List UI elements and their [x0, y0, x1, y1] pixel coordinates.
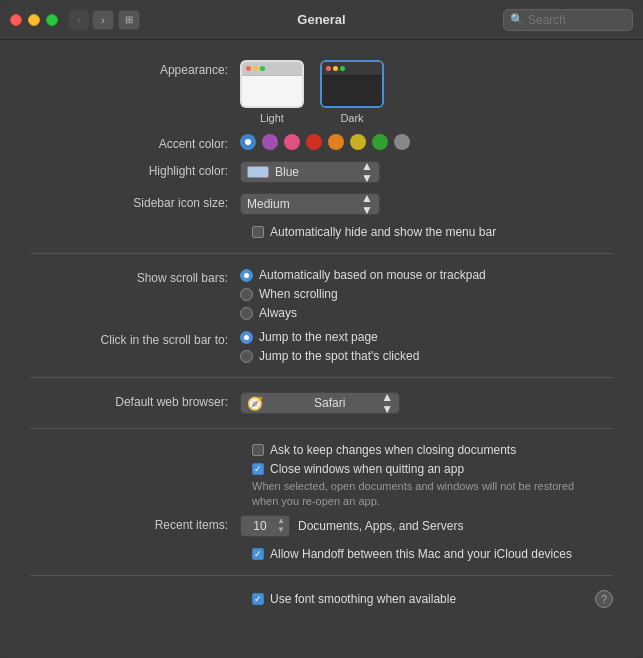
grid-icon: ⊞ — [125, 14, 133, 25]
accent-green[interactable] — [372, 134, 388, 150]
sidebar-icon-select[interactable]: Medium ▲ ▼ — [240, 193, 380, 215]
menu-bar-checkbox[interactable] — [252, 226, 264, 238]
safari-icon: 🧭 — [247, 396, 310, 411]
back-button[interactable]: ‹ — [68, 10, 90, 30]
titlebar: ‹ › ⊞ General 🔍 — [0, 0, 643, 40]
divider-3 — [30, 428, 613, 429]
arrow-down-icon: ▼ — [361, 172, 373, 184]
font-smoothing-checkbox[interactable] — [252, 593, 264, 605]
search-box[interactable]: 🔍 — [503, 9, 633, 31]
scroll-when-scrolling-radio[interactable] — [240, 288, 253, 301]
dark-label: Dark — [340, 112, 363, 124]
show-scroll-bars-label: Show scroll bars: — [30, 268, 240, 285]
recent-items-control: 10 ▲ ▼ Documents, Apps, and Servers — [240, 515, 613, 537]
forward-button[interactable]: › — [92, 10, 114, 30]
accent-color-row: Accent color: — [30, 134, 613, 151]
click-next-page-radio[interactable] — [240, 331, 253, 344]
sidebar-icon-size-control: Medium ▲ ▼ — [240, 193, 613, 215]
nav-buttons: ‹ › — [68, 10, 114, 30]
click-next-page-label: Jump to the next page — [259, 330, 378, 344]
arrow-down-icon2: ▼ — [361, 204, 373, 216]
forward-icon: › — [101, 14, 105, 26]
scroll-auto-radio[interactable] — [240, 269, 253, 282]
menu-bar-label: Automatically hide and show the menu bar — [270, 225, 496, 239]
grid-button[interactable]: ⊞ — [118, 10, 140, 30]
scroll-always-radio[interactable] — [240, 307, 253, 320]
accent-color-control — [240, 134, 613, 150]
sidebar-icon-arrow: ▲ ▼ — [361, 192, 373, 216]
appearance-options: Light Dark — [240, 60, 384, 124]
highlight-select[interactable]: Blue ▲ ▼ — [240, 161, 380, 183]
recent-items-value: 10 — [245, 519, 275, 533]
font-smoothing-label: Use font smoothing when available — [270, 592, 589, 606]
dark-thumb — [320, 60, 384, 108]
show-scroll-bars-control: Automatically based on mouse or trackpad… — [240, 268, 613, 320]
recent-items-suffix: Documents, Apps, and Servers — [298, 519, 463, 533]
accent-graphite[interactable] — [394, 134, 410, 150]
sidebar-icon-value: Medium — [247, 197, 357, 211]
handoff-label: Allow Handoff between this Mac and your … — [270, 547, 572, 561]
accent-yellow[interactable] — [350, 134, 366, 150]
keep-changes-label: Ask to keep changes when closing documen… — [270, 443, 516, 457]
close-windows-row: Close windows when quitting an app — [252, 462, 613, 476]
recent-items-label: Recent items: — [30, 515, 240, 532]
click-spot-radio[interactable] — [240, 350, 253, 363]
light-thumb — [240, 60, 304, 108]
light-content-area — [242, 76, 302, 106]
accent-colors — [240, 134, 410, 150]
click-spot-label: Jump to the spot that's clicked — [259, 349, 419, 363]
click-scroll-bar-label: Click in the scroll bar to: — [30, 330, 240, 347]
search-input[interactable] — [528, 13, 626, 27]
help-button[interactable]: ? — [595, 590, 613, 608]
divider-4 — [30, 575, 613, 576]
accent-color-label: Accent color: — [30, 134, 240, 151]
scroll-when-scrolling-label: When scrolling — [259, 287, 338, 301]
accent-blue[interactable] — [240, 134, 256, 150]
click-scroll-radio-group: Jump to the next page Jump to the spot t… — [240, 330, 419, 363]
dark-thumb-bar — [322, 62, 382, 76]
click-spot-row: Jump to the spot that's clicked — [240, 349, 419, 363]
close-windows-sublabel: When selected, open documents and window… — [252, 479, 613, 510]
default-browser-control: 🧭 Safari ▲ ▼ — [240, 392, 613, 414]
keep-changes-row: Ask to keep changes when closing documen… — [252, 443, 613, 457]
appearance-dark[interactable]: Dark — [320, 60, 384, 124]
scroll-auto-label: Automatically based on mouse or trackpad — [259, 268, 486, 282]
highlight-swatch — [247, 166, 269, 178]
maximize-button[interactable] — [46, 14, 58, 26]
keep-changes-checkbox[interactable] — [252, 444, 264, 456]
divider-2 — [30, 377, 613, 378]
show-scroll-bars-row: Show scroll bars: Automatically based on… — [30, 268, 613, 320]
close-windows-checkbox[interactable] — [252, 463, 264, 475]
divider-1 — [30, 253, 613, 254]
sidebar-icon-size-label: Sidebar icon size: — [30, 193, 240, 210]
default-browser-select[interactable]: 🧭 Safari ▲ ▼ — [240, 392, 400, 414]
browser-arrow: ▲ ▼ — [381, 391, 393, 415]
scroll-auto-row: Automatically based on mouse or trackpad — [240, 268, 486, 282]
click-scroll-bar-control: Jump to the next page Jump to the spot t… — [240, 330, 613, 363]
accent-pink[interactable] — [284, 134, 300, 150]
appearance-light[interactable]: Light — [240, 60, 304, 124]
menu-bar-row: Automatically hide and show the menu bar — [252, 225, 613, 239]
thumb-dot-yellow — [253, 66, 258, 71]
minimize-button[interactable] — [28, 14, 40, 26]
appearance-label: Appearance: — [30, 60, 240, 77]
highlight-color-label: Highlight color: — [30, 161, 240, 178]
thumb-dot-red2 — [326, 66, 331, 71]
accent-purple[interactable] — [262, 134, 278, 150]
accent-orange[interactable] — [328, 134, 344, 150]
thumb-dot-green2 — [340, 66, 345, 71]
arrow-down-icon3: ▼ — [381, 403, 393, 415]
highlight-arrow: ▲ ▼ — [361, 160, 373, 184]
accent-red[interactable] — [306, 134, 322, 150]
handoff-checkbox[interactable] — [252, 548, 264, 560]
scroll-when-scrolling-row: When scrolling — [240, 287, 486, 301]
dark-content-area — [322, 76, 382, 106]
scroll-bars-radio-group: Automatically based on mouse or trackpad… — [240, 268, 486, 320]
stepper-arrows[interactable]: ▲ ▼ — [277, 517, 285, 535]
close-button[interactable] — [10, 14, 22, 26]
handoff-row: Allow Handoff between this Mac and your … — [252, 547, 613, 561]
default-browser-label: Default web browser: — [30, 392, 240, 409]
highlight-color-control: Blue ▲ ▼ — [240, 161, 613, 183]
recent-items-stepper[interactable]: 10 ▲ ▼ — [240, 515, 290, 537]
default-browser-row: Default web browser: 🧭 Safari ▲ ▼ — [30, 392, 613, 414]
